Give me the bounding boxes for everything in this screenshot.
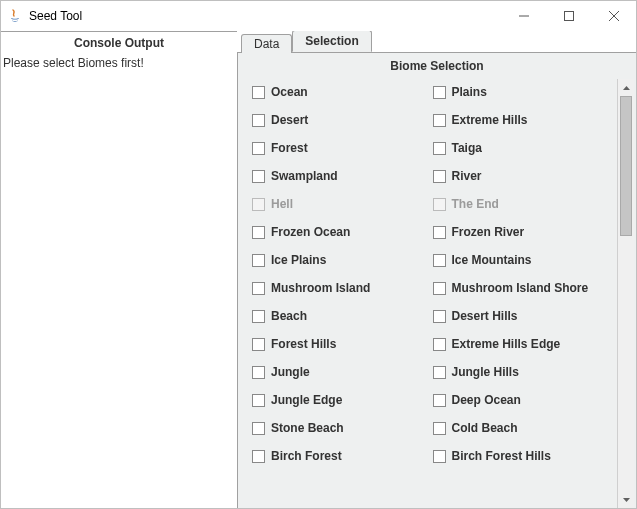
biome-label: Jungle Edge (271, 393, 342, 407)
scroll-up-arrow-icon[interactable] (618, 79, 634, 96)
biome-checkbox-ice-plains[interactable]: Ice Plains (252, 253, 429, 267)
biome-checkbox-swampland[interactable]: Swampland (252, 169, 429, 183)
biome-checkbox-plains[interactable]: Plains (433, 85, 610, 99)
close-button[interactable] (591, 1, 636, 31)
biome-label: Forest (271, 141, 308, 155)
biome-label: Frozen River (452, 225, 525, 239)
console-header: Console Output (1, 32, 237, 54)
checkbox-icon (433, 310, 446, 323)
biome-scroll-area: Ocean Plains Desert Extreme Hills Forest… (240, 79, 634, 508)
biome-checkbox-forest-hills[interactable]: Forest Hills (252, 337, 429, 351)
biome-label: Desert Hills (452, 309, 518, 323)
biome-label: Ice Mountains (452, 253, 532, 267)
biome-label: Cold Beach (452, 421, 518, 435)
biome-checkbox-jungle-hills[interactable]: Jungle Hills (433, 365, 610, 379)
checkbox-icon (433, 450, 446, 463)
biome-label: Extreme Hills (452, 113, 528, 127)
checkbox-icon (433, 254, 446, 267)
biome-label: Jungle (271, 365, 310, 379)
biome-checkbox-river[interactable]: River (433, 169, 610, 183)
biome-label: Plains (452, 85, 487, 99)
checkbox-icon (433, 170, 446, 183)
checkbox-icon (433, 142, 446, 155)
minimize-button[interactable] (501, 1, 546, 31)
section-title: Biome Selection (238, 53, 636, 79)
tab-content-selection: Biome Selection Ocean Plains Desert Extr… (237, 53, 636, 508)
biome-checkbox-mushroom-island[interactable]: Mushroom Island (252, 281, 429, 295)
biome-label: Hell (271, 197, 293, 211)
biome-checkbox-jungle-edge[interactable]: Jungle Edge (252, 393, 429, 407)
checkbox-icon (252, 86, 265, 99)
titlebar: Seed Tool (1, 1, 636, 31)
biome-checkbox-ocean[interactable]: Ocean (252, 85, 429, 99)
svg-line-3 (609, 11, 619, 21)
checkbox-icon (433, 198, 446, 211)
biome-label: River (452, 169, 482, 183)
maximize-button[interactable] (546, 1, 591, 31)
checkbox-icon (252, 114, 265, 127)
biome-checkbox-jungle[interactable]: Jungle (252, 365, 429, 379)
checkbox-icon (252, 394, 265, 407)
app-window: Seed Tool Console Output Please select B… (0, 0, 637, 509)
checkbox-icon (252, 198, 265, 211)
biome-checkbox-extreme-hills-edge[interactable]: Extreme Hills Edge (433, 337, 610, 351)
checkbox-icon (433, 338, 446, 351)
checkbox-icon (433, 282, 446, 295)
biome-checkbox-deep-ocean[interactable]: Deep Ocean (433, 393, 610, 407)
biome-label: Mushroom Island (271, 281, 370, 295)
console-pane: Console Output Please select Biomes firs… (1, 31, 237, 508)
tab-data[interactable]: Data (241, 34, 292, 53)
biome-label: The End (452, 197, 499, 211)
svg-marker-5 (623, 498, 630, 502)
checkbox-icon (252, 450, 265, 463)
tab-row: Data Selection (237, 31, 636, 53)
tab-selection[interactable]: Selection (292, 31, 371, 52)
biome-checkbox-hell: Hell (252, 197, 429, 211)
biome-checkbox-desert-hills[interactable]: Desert Hills (433, 309, 610, 323)
checkbox-icon (433, 366, 446, 379)
biome-label: Beach (271, 309, 307, 323)
biome-checkbox-stone-beach[interactable]: Stone Beach (252, 421, 429, 435)
biome-checkbox-frozen-river[interactable]: Frozen River (433, 225, 610, 239)
checkbox-icon (252, 170, 265, 183)
biome-checkbox-cold-beach[interactable]: Cold Beach (433, 421, 610, 435)
biome-label: Swampland (271, 169, 338, 183)
scroll-track[interactable] (618, 96, 634, 491)
checkbox-icon (252, 226, 265, 239)
biome-label: Extreme Hills Edge (452, 337, 561, 351)
biome-label: Forest Hills (271, 337, 336, 351)
scroll-down-arrow-icon[interactable] (618, 491, 634, 508)
biome-checkbox-birch-forest[interactable]: Birch Forest (252, 449, 429, 463)
biome-checkbox-forest[interactable]: Forest (252, 141, 429, 155)
biome-label: Taiga (452, 141, 482, 155)
svg-line-2 (609, 11, 619, 21)
biome-label: Mushroom Island Shore (452, 281, 589, 295)
biome-checkbox-extreme-hills[interactable]: Extreme Hills (433, 113, 610, 127)
biome-label: Desert (271, 113, 308, 127)
vertical-scrollbar[interactable] (617, 79, 634, 508)
svg-rect-1 (564, 12, 573, 21)
checkbox-icon (433, 226, 446, 239)
checkbox-icon (433, 422, 446, 435)
checkbox-icon (252, 254, 265, 267)
biome-checkbox-taiga[interactable]: Taiga (433, 141, 610, 155)
scroll-thumb[interactable] (620, 96, 632, 236)
biome-checkbox-frozen-ocean[interactable]: Frozen Ocean (252, 225, 429, 239)
checkbox-icon (252, 338, 265, 351)
java-icon (7, 8, 23, 24)
biome-checkbox-desert[interactable]: Desert (252, 113, 429, 127)
biome-checkbox-beach[interactable]: Beach (252, 309, 429, 323)
main-pane: Data Selection Biome Selection Ocean Pla… (237, 31, 636, 508)
biome-checkbox-mushroom-island-shore[interactable]: Mushroom Island Shore (433, 281, 610, 295)
checkbox-icon (252, 142, 265, 155)
svg-marker-4 (623, 86, 630, 90)
checkbox-icon (433, 394, 446, 407)
biome-label: Birch Forest (271, 449, 342, 463)
biome-grid: Ocean Plains Desert Extreme Hills Forest… (252, 85, 609, 463)
biome-checkbox-birch-forest-hills[interactable]: Birch Forest Hills (433, 449, 610, 463)
checkbox-icon (252, 422, 265, 435)
biome-checkbox-ice-mountains[interactable]: Ice Mountains (433, 253, 610, 267)
biome-label: Deep Ocean (452, 393, 521, 407)
biome-label: Ocean (271, 85, 308, 99)
checkbox-icon (252, 310, 265, 323)
